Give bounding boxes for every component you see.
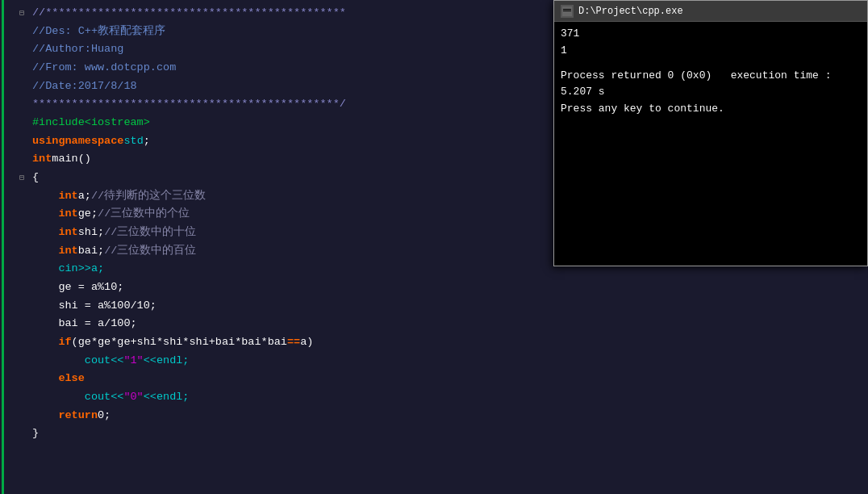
code-line-15: cin>>a; bbox=[18, 260, 346, 278]
code-line-18: bai = a/100; bbox=[18, 315, 346, 333]
code-line-14: int bai; //三位数中的百位 bbox=[18, 242, 346, 261]
line-9-int: int bbox=[32, 150, 52, 169]
svg-rect-1 bbox=[563, 9, 571, 10]
line-22-endl: <<endl; bbox=[144, 388, 190, 407]
code-line-13: int shi; //三位数中的十位 bbox=[18, 224, 346, 242]
terminal-body: 371 1 Process returned 0 (0x0) execution… bbox=[554, 22, 867, 122]
line-19-cond: (ge*ge*ge+shi*shi*shi+bai*bai*bai bbox=[72, 333, 287, 352]
line-22-cout: cout<< bbox=[85, 388, 124, 407]
line-7-token-1: #include<iostream> bbox=[32, 114, 150, 132]
collapse-icon-10[interactable]: ⊟ bbox=[19, 172, 31, 186]
code-line-21: else bbox=[18, 370, 346, 388]
line-19-a: a) bbox=[300, 333, 313, 352]
code-content: ⊟ //************************************… bbox=[18, 4, 346, 443]
line-24-brace: } bbox=[32, 425, 39, 443]
line-16-content: ge = a%10; bbox=[58, 278, 123, 297]
line-14-indent bbox=[32, 242, 58, 261]
code-line-20: cout<< "1" <<endl; bbox=[18, 352, 346, 370]
line-18-content: bai = a/100; bbox=[58, 315, 136, 333]
line-16-indent bbox=[32, 278, 58, 297]
line-21-indent bbox=[32, 370, 58, 388]
terminal-line-2: 1 bbox=[561, 43, 861, 60]
line-20-endl: <<endl; bbox=[144, 352, 190, 370]
line-5-token-1: //Date:2017/8/18 bbox=[32, 77, 137, 96]
line-8-keyword-using: using bbox=[32, 132, 65, 151]
line-18-indent bbox=[32, 315, 58, 333]
code-line-9: int main() bbox=[18, 150, 346, 169]
code-line-5: //Date:2017/8/18 bbox=[18, 77, 346, 96]
line-15-cin: cin>>a; bbox=[58, 260, 104, 278]
line-14-bai: bai; bbox=[78, 242, 104, 261]
line-12-int: int bbox=[58, 205, 77, 224]
terminal-line-1: 371 bbox=[561, 26, 861, 43]
line-12-indent bbox=[32, 205, 58, 224]
code-line-16: ge = a%10; bbox=[18, 278, 346, 297]
line-15-indent bbox=[32, 260, 58, 278]
terminal-line-4: Press any key to continue. bbox=[561, 101, 861, 118]
line-14-int: int bbox=[58, 242, 77, 261]
line-2-token-1: //Des: C++教程配套程序 bbox=[32, 23, 165, 41]
terminal-icon bbox=[561, 5, 574, 18]
terminal-window: D:\Project\cpp.exe 371 1 Process returne… bbox=[553, 0, 868, 266]
line-8-keyword-namespace: namespace bbox=[65, 132, 124, 151]
line-13-comment: //三位数中的十位 bbox=[104, 224, 196, 242]
code-line-3: //Author:Huang bbox=[18, 40, 346, 59]
line-1-token-1: //**************************************… bbox=[32, 4, 346, 23]
code-line-11: int a; //待判断的这个三位数 bbox=[18, 187, 346, 206]
line-12-comment: //三位数中的个位 bbox=[98, 205, 190, 224]
line-22-indent bbox=[32, 388, 85, 407]
line-6-token-1: ****************************************… bbox=[32, 95, 346, 114]
line-17-indent bbox=[32, 297, 58, 316]
line-13-shi: shi; bbox=[78, 224, 104, 242]
line-11-a: a; bbox=[78, 187, 91, 206]
code-line-6: ****************************************… bbox=[18, 95, 346, 114]
line-20-cout: cout<< bbox=[85, 352, 124, 370]
line-9-main: main() bbox=[52, 150, 91, 169]
line-3-token-1: //Author:Huang bbox=[32, 40, 123, 59]
code-line-24: } bbox=[18, 425, 346, 443]
line-19-indent bbox=[32, 333, 58, 352]
line-8-std: std bbox=[123, 132, 143, 151]
code-line-10: ⊟ { bbox=[18, 169, 346, 187]
line-11-indent bbox=[32, 187, 58, 206]
line-10-brace: { bbox=[32, 169, 39, 187]
line-4-token-1: //From: www.dotcpp.com bbox=[32, 59, 176, 77]
line-19-if: if bbox=[58, 333, 71, 352]
line-8-semi: ; bbox=[144, 132, 150, 151]
code-line-12: int ge; //三位数中的个位 bbox=[18, 205, 346, 224]
line-22-str: "0" bbox=[123, 388, 143, 407]
svg-rect-2 bbox=[563, 10, 571, 11]
line-19-eq: == bbox=[287, 333, 300, 352]
code-line-17: shi = a%100/10; bbox=[18, 297, 346, 316]
terminal-spacer bbox=[561, 60, 861, 68]
line-20-indent bbox=[32, 352, 85, 370]
collapse-icon-1[interactable]: ⊟ bbox=[19, 7, 31, 21]
line-17-content: shi = a%100/10; bbox=[58, 297, 156, 316]
line-12-ge: ge; bbox=[78, 205, 98, 224]
line-20-str: "1" bbox=[123, 352, 143, 370]
gutter bbox=[0, 0, 4, 494]
line-23-indent bbox=[32, 407, 58, 425]
line-23-zero: 0; bbox=[98, 407, 111, 425]
line-13-int: int bbox=[58, 224, 77, 242]
code-line-8: using namespace std ; bbox=[18, 132, 346, 151]
line-11-int: int bbox=[58, 187, 77, 206]
code-line-23: return 0; bbox=[18, 407, 346, 425]
code-line-4: //From: www.dotcpp.com bbox=[18, 59, 346, 77]
line-14-comment: //三位数中的百位 bbox=[104, 242, 196, 261]
terminal-line-3: Process returned 0 (0x0) execution time … bbox=[561, 68, 861, 102]
terminal-title: D:\Project\cpp.exe bbox=[578, 6, 683, 17]
code-line-1: ⊟ //************************************… bbox=[18, 4, 346, 23]
line-23-return: return bbox=[58, 407, 98, 425]
code-line-7: #include<iostream> bbox=[18, 114, 346, 132]
line-13-indent bbox=[32, 224, 58, 242]
code-line-19: if (ge*ge*ge+shi*shi*shi+bai*bai*bai == … bbox=[18, 333, 346, 352]
code-line-22: cout<< "0" <<endl; bbox=[18, 388, 346, 407]
line-21-else: else bbox=[58, 370, 84, 388]
code-line-2: //Des: C++教程配套程序 bbox=[18, 23, 346, 41]
line-11-comment: //待判断的这个三位数 bbox=[91, 187, 206, 206]
terminal-titlebar: D:\Project\cpp.exe bbox=[554, 1, 867, 22]
